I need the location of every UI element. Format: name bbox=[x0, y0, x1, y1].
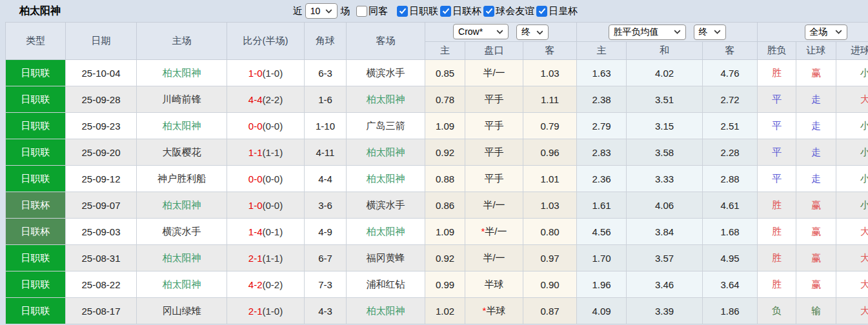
column-header-left-4: 角球 bbox=[305, 23, 347, 60]
corners-cell: 1-6 bbox=[305, 86, 347, 113]
column-header-euro-home: 主 bbox=[577, 42, 627, 60]
recent-count-select[interactable]: 10 bbox=[305, 3, 338, 19]
euro-draw-odds: 3.39 bbox=[627, 298, 703, 324]
asia-away-odds: 0.96 bbox=[523, 139, 577, 166]
handicap-result: 赢 bbox=[796, 60, 836, 86]
away-team: 浦和红钻 bbox=[367, 279, 405, 290]
asia-home-odds: 0.88 bbox=[425, 166, 465, 192]
asia-away-odds: 1.01 bbox=[523, 166, 577, 192]
date-cell: 25-09-03 bbox=[66, 219, 137, 245]
filter-checkbox-item[interactable]: 日职联 bbox=[397, 5, 438, 17]
column-header-left-1: 日期 bbox=[66, 23, 137, 60]
handicap-cell: 半/一 bbox=[465, 60, 523, 86]
checkmark-icon bbox=[442, 8, 450, 14]
handicap-cell: 平手 bbox=[465, 166, 523, 192]
chevron-down-icon bbox=[536, 30, 543, 35]
column-header-left-5: 客场 bbox=[347, 23, 425, 60]
filter-checkbox-item[interactable]: 日联杯 bbox=[440, 5, 481, 17]
home-team-cell: 大阪樱花 bbox=[137, 139, 227, 166]
type-cell: 日职联 bbox=[6, 245, 66, 271]
corners-cell: 1-10 bbox=[305, 113, 347, 139]
goals-result: 大 bbox=[836, 271, 868, 298]
goals-result: 小 bbox=[836, 113, 868, 139]
euro-away-odds: 1.86 bbox=[703, 298, 758, 324]
euro-draw-odds: 3.84 bbox=[627, 219, 703, 245]
away-team: 横滨水手 bbox=[367, 67, 405, 78]
date-cell: 25-08-31 bbox=[66, 245, 137, 271]
column-header-euro-draw: 和 bbox=[627, 42, 703, 60]
handicap-cell: 半/一 bbox=[465, 245, 523, 271]
bookmaker-select[interactable]: Crow* bbox=[453, 24, 509, 39]
header-group-cell: Crow*终 bbox=[425, 23, 577, 42]
filter-checkbox-item[interactable]: 同客 bbox=[356, 5, 388, 17]
checkmark-icon bbox=[399, 8, 407, 14]
date-cell: 25-08-22 bbox=[66, 271, 137, 298]
goals-result: 小 bbox=[836, 166, 868, 192]
chevron-down-icon bbox=[496, 30, 503, 34]
asia-home-odds: 0.92 bbox=[425, 245, 465, 271]
checkmark-icon bbox=[485, 8, 493, 14]
goals-result: 小 bbox=[836, 139, 868, 166]
home-team-cell: 冈山绿雉 bbox=[137, 298, 227, 324]
checkbox-checked-icon[interactable] bbox=[440, 6, 451, 17]
checkbox-checked-icon[interactable] bbox=[483, 6, 494, 17]
column-header-euro-away: 客 bbox=[703, 42, 758, 60]
euro-home-odds: 2.36 bbox=[577, 166, 627, 192]
match-row: 日职联25-08-22柏太阳神4-2(0-2)7-3浦和红钻0.99半球0.90… bbox=[6, 271, 868, 298]
filter-checkbox-item[interactable]: 日皇杯 bbox=[536, 5, 578, 17]
half-score: (0-0) bbox=[263, 200, 283, 211]
match-row: 日职联25-09-28川崎前锋4-4(2-2)1-6柏太阳神0.78平手1.11… bbox=[6, 86, 868, 113]
column-header-left-2: 主场 bbox=[137, 23, 227, 60]
checkbox-checked-icon[interactable] bbox=[536, 6, 547, 17]
euro-away-odds: 2.88 bbox=[703, 166, 758, 192]
handicap-cell: *半/一 bbox=[465, 219, 523, 245]
column-header-handicap-result: 让球 bbox=[796, 42, 836, 60]
euro-home-odds: 1.61 bbox=[577, 192, 627, 219]
half-score: (1-0) bbox=[263, 68, 283, 79]
corners-cell: 7-3 bbox=[305, 271, 347, 298]
home-team: 冈山绿雉 bbox=[163, 305, 201, 316]
europe-time-select-value: 终 bbox=[699, 26, 708, 38]
changed-odds-star: * bbox=[481, 226, 485, 237]
half-score: (0-2) bbox=[263, 279, 283, 290]
euro-draw-odds: 3.51 bbox=[627, 86, 703, 113]
away-team-cell: 浦和红钻 bbox=[347, 271, 425, 298]
handicap-cell: 平手 bbox=[465, 139, 523, 166]
wdl-result: 胜 bbox=[758, 219, 796, 245]
handicap-result: 赢 bbox=[796, 245, 836, 271]
euro-draw-odds: 3.46 bbox=[627, 271, 703, 298]
away-team: 柏太阳神 bbox=[367, 146, 405, 157]
euro-draw-odds: 3.15 bbox=[627, 113, 703, 139]
asia-home-odds: 0.78 bbox=[425, 86, 465, 113]
final-score: 4-4 bbox=[248, 94, 263, 105]
scope-select-value: 全场 bbox=[810, 26, 828, 38]
checkbox-checked-icon[interactable] bbox=[397, 6, 408, 17]
column-header-asia-home: 主 bbox=[425, 42, 465, 60]
euro-away-odds: 1.68 bbox=[703, 219, 758, 245]
euro-away-odds: 4.61 bbox=[703, 192, 758, 219]
euro-away-odds: 2.51 bbox=[703, 113, 758, 139]
europe-time-select[interactable]: 终 bbox=[694, 25, 726, 40]
type-cell: 日职联 bbox=[6, 86, 66, 113]
matches-label: 场 bbox=[340, 5, 350, 17]
home-team-cell: 柏太阳神 bbox=[137, 245, 227, 271]
away-team: 广岛三箭 bbox=[367, 120, 405, 131]
match-row: 日职联25-08-31柏太阳神2-1(1-1)6-7福冈黄蜂0.92半/一0.9… bbox=[6, 245, 868, 271]
home-team-cell: 柏太阳神 bbox=[137, 271, 227, 298]
type-cell: 日职联 bbox=[6, 166, 66, 192]
away-team: 柏太阳神 bbox=[367, 173, 405, 184]
euro-away-odds: 4.76 bbox=[703, 60, 758, 86]
away-team-cell: 广岛三箭 bbox=[347, 113, 425, 139]
asia-home-odds: 0.85 bbox=[425, 60, 465, 86]
handicap-cell: 平手 bbox=[465, 113, 523, 139]
filter-checkbox-item[interactable]: 球会友谊 bbox=[483, 5, 534, 17]
final-score: 1-0 bbox=[248, 200, 263, 211]
home-team: 柏太阳神 bbox=[163, 120, 201, 131]
header-group-cell: 全场 bbox=[758, 23, 868, 42]
europe-average-select[interactable]: 胜平负均值 bbox=[609, 25, 686, 40]
checkbox-unchecked-icon[interactable] bbox=[356, 6, 367, 17]
asia-away-odds: 1.11 bbox=[523, 86, 577, 113]
scope-select[interactable]: 全场 bbox=[805, 25, 847, 40]
asia-time-select[interactable]: 终 bbox=[516, 25, 549, 40]
euro-draw-odds: 3.58 bbox=[627, 139, 703, 166]
